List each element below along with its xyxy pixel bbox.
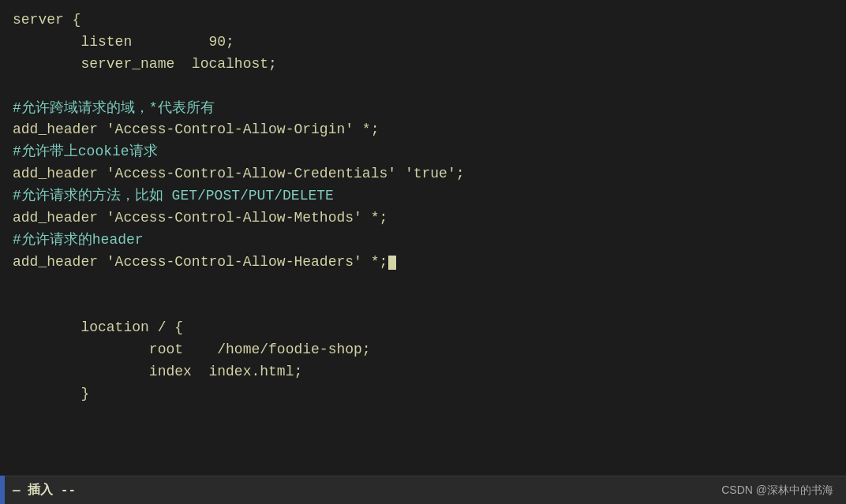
blue-accent-bar bbox=[0, 476, 5, 504]
code-line-5: #允许跨域请求的域，*代表所有 bbox=[13, 100, 215, 116]
code-line-16: root /home/foodie-shop; bbox=[13, 342, 371, 357]
code-line-18: } bbox=[13, 386, 89, 401]
code-line-9: #允许请求的方法，比如 GET/POST/PUT/DELETE bbox=[13, 188, 334, 203]
code-line-2: listen 90; bbox=[13, 34, 234, 50]
code-line-7: #允许带上cookie请求 bbox=[13, 144, 158, 159]
code-area[interactable]: server { listen 90; server_name localhos… bbox=[0, 0, 846, 476]
code-line-3: server_name localhost; bbox=[13, 56, 277, 72]
status-bar: — 插入 -- CSDN @深林中的书海 bbox=[0, 476, 846, 504]
code-line-11: #允许请求的header bbox=[13, 232, 144, 248]
text-cursor bbox=[388, 256, 396, 270]
code-line-17: index index.html; bbox=[13, 364, 302, 379]
insert-mode-indicator: — 插入 -- bbox=[13, 482, 76, 498]
code-line-6: add_header 'Access-Control-Allow-Origin'… bbox=[13, 121, 379, 137]
author-credit: CSDN @深林中的书海 bbox=[721, 483, 833, 498]
code-line-8: add_header 'Access-Control-Allow-Credent… bbox=[13, 166, 465, 181]
code-line-15: location / { bbox=[13, 319, 183, 335]
editor-container: server { listen 90; server_name localhos… bbox=[0, 0, 846, 504]
code-content: server { listen 90; server_name localhos… bbox=[13, 9, 833, 405]
code-line-10: add_header 'Access-Control-Allow-Methods… bbox=[13, 210, 387, 226]
code-line-1: server { bbox=[13, 12, 80, 28]
code-line-12: add_header 'Access-Control-Allow-Headers… bbox=[13, 254, 396, 270]
